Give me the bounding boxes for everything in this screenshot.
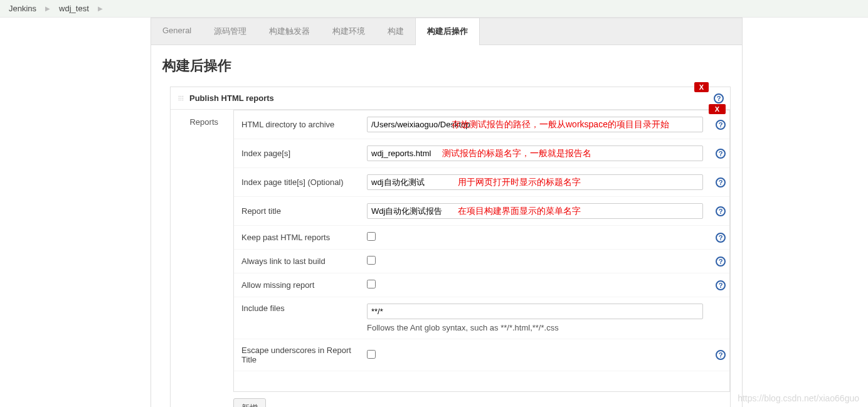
- tab-scm[interactable]: 源码管理: [203, 18, 258, 45]
- watermark: https://blog.csdn.net/xiao66guo: [738, 393, 859, 403]
- help-icon[interactable]: ?: [716, 280, 726, 290]
- publish-html-block: X ? Publish HTML reports Reports X HTML …: [170, 87, 731, 407]
- input-index-page[interactable]: [367, 145, 703, 161]
- help-icon[interactable]: ?: [716, 149, 726, 159]
- add-report-button[interactable]: 新增: [233, 398, 266, 407]
- help-icon[interactable]: ?: [716, 177, 726, 188]
- label-escape-underscores: Escape underscores in Report Title: [241, 346, 367, 364]
- checkbox-escape-underscores[interactable]: [367, 350, 376, 359]
- breadcrumb-jenkins[interactable]: Jenkins: [9, 4, 36, 13]
- input-index-title[interactable]: [367, 174, 703, 190]
- chevron-right-icon: ▶: [45, 5, 50, 12]
- drag-handle-icon[interactable]: [178, 95, 184, 102]
- reports-label: Reports: [171, 110, 228, 134]
- label-keep-past: Keep past HTML reports: [241, 233, 367, 242]
- row-html-dir: HTML directory to archive 存放测试报告的路径，一般从w…: [234, 110, 729, 139]
- tab-general[interactable]: General: [151, 18, 203, 45]
- breadcrumb: Jenkins ▶ wdj_test ▶: [0, 0, 868, 18]
- help-icon[interactable]: ?: [716, 256, 726, 267]
- label-index-title: Index page title[s] (Optional): [241, 177, 367, 187]
- tab-build[interactable]: 构建: [376, 18, 415, 45]
- hint-include-files: Follows the Ant glob syntax, such as **/…: [367, 323, 703, 332]
- row-index-title: Index page title[s] (Optional) 用于网页打开时显示…: [234, 168, 729, 197]
- tab-triggers[interactable]: 构建触发器: [258, 18, 321, 45]
- page-title: 构建后操作: [162, 56, 731, 75]
- row-allow-missing: Allow missing report ?: [234, 273, 729, 297]
- help-icon[interactable]: ?: [716, 206, 726, 216]
- row-report-title: Report title 在项目构建界面显示的菜单名字 ?: [234, 197, 729, 226]
- row-keep-past: Keep past HTML reports ?: [234, 226, 729, 250]
- help-icon[interactable]: ?: [716, 233, 726, 243]
- label-always-link: Always link to last build: [241, 256, 367, 266]
- row-always-link: Always link to last build ?: [234, 250, 729, 273]
- label-report-title: Report title: [241, 206, 367, 216]
- row-index-page: Index page[s] 测试报告的标题名字，一般就是报告名 ?: [234, 139, 729, 168]
- label-include-files: Include files: [241, 304, 367, 313]
- row-include-files: Include files Follows the Ant glob synta…: [234, 297, 729, 339]
- report-config: X HTML directory to archive 存放测试报告的路径，一般…: [233, 110, 730, 392]
- config-panel: 构建后操作 X ? Publish HTML reports Reports X…: [151, 45, 743, 407]
- help-icon[interactable]: ?: [716, 120, 726, 130]
- block-header: Publish HTML reports: [171, 87, 730, 109]
- checkbox-always-link[interactable]: [367, 256, 376, 265]
- tab-env[interactable]: 构建环境: [321, 18, 376, 45]
- label-html-dir: HTML directory to archive: [241, 120, 367, 129]
- checkbox-allow-missing[interactable]: [367, 280, 376, 288]
- input-html-dir[interactable]: [367, 117, 703, 132]
- input-include-files[interactable]: [367, 304, 703, 319]
- tabs-bar: General 源码管理 构建触发器 构建环境 构建 构建后操作: [151, 18, 743, 45]
- label-allow-missing: Allow missing report: [241, 280, 367, 290]
- row-escape-underscores: Escape underscores in Report Title ?: [234, 339, 729, 371]
- help-icon[interactable]: ?: [716, 350, 726, 360]
- block-title: Publish HTML reports: [189, 93, 274, 103]
- input-report-title[interactable]: [367, 203, 703, 219]
- tab-post-build[interactable]: 构建后操作: [415, 18, 480, 45]
- chevron-right-icon: ▶: [98, 5, 103, 12]
- label-index-page: Index page[s]: [241, 149, 367, 158]
- checkbox-keep-past[interactable]: [367, 232, 376, 241]
- breadcrumb-project[interactable]: wdj_test: [59, 4, 89, 13]
